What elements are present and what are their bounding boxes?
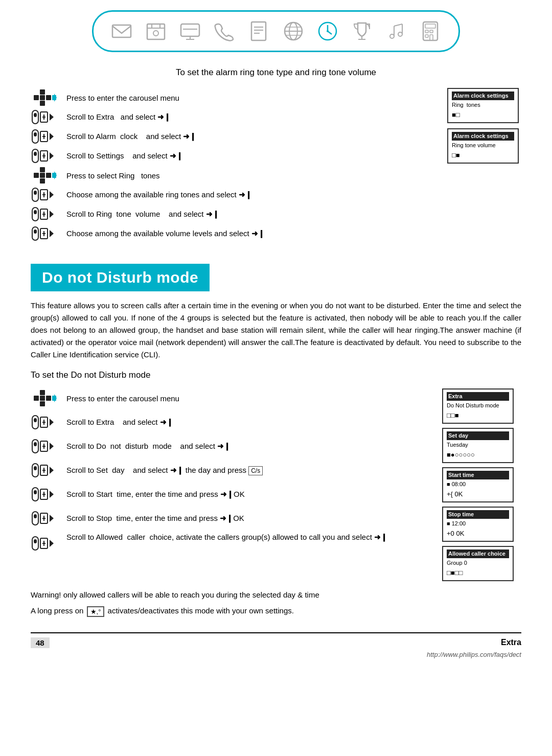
step-text-2: Scroll to Extra and select ➜❙: [66, 112, 442, 122]
step-row: Press to enter the carousel menu: [31, 88, 442, 107]
svg-rect-123: [34, 539, 37, 543]
scr-item-2: Ring tone volume: [452, 142, 514, 149]
svg-rect-105: [34, 466, 37, 470]
step-text-7: Scroll to Ring tone volume and select ➜❙: [66, 210, 442, 219]
long-press-text: A long press on ★,° activates/deactivate…: [31, 606, 521, 617]
envelope-icon: [109, 18, 134, 44]
svg-marker-53: [50, 133, 54, 140]
dnd-nav-icon-3: [31, 437, 57, 456]
svg-rect-64: [40, 178, 45, 184]
svg-marker-91: [54, 394, 57, 402]
screenshot-1: Alarm clock settings Ring tones ■□: [447, 88, 519, 123]
svg-marker-72: [50, 191, 54, 198]
dnd-scr-item-5: Group 0: [447, 559, 509, 567]
trophy-icon: [349, 18, 374, 44]
step-row: Scroll to Alarm clock and select ➜❙: [31, 127, 442, 146]
dnd-nav-icon-1: [31, 388, 57, 408]
dnd-scr-item-2: Tuesday: [447, 441, 509, 449]
dnd-step-text-1: Press to enter the carousel menu: [66, 394, 437, 403]
contacts-icon: [143, 18, 168, 44]
svg-rect-33: [425, 35, 428, 37]
svg-rect-61: [34, 173, 39, 178]
nav-icon-5: [31, 166, 57, 185]
step-text-6: Choose among the available ring tones an…: [66, 190, 442, 199]
svg-rect-86: [34, 396, 39, 401]
dnd-description: This feature allows you to screen calls …: [31, 300, 521, 361]
svg-marker-103: [50, 443, 54, 450]
footer-section: Extra: [501, 638, 521, 647]
dnd-screenshots: Extra Do Not Disturb mode □□■ Set day Tu…: [437, 388, 521, 581]
dnd-scr-item-1: Do Not Disturb mode: [447, 402, 509, 409]
svg-rect-49: [34, 132, 37, 136]
dnd-screenshot-2: Set day Tuesday ■●○○○○○: [442, 428, 514, 463]
nav-icon-7: [31, 204, 57, 224]
page-container: To set the alarm ring tone type and ring…: [0, 0, 552, 756]
globe-icon: [281, 18, 306, 44]
svg-point-5: [153, 31, 158, 36]
dnd-step-text-7: Scroll to Allowed caller choice, activat…: [66, 533, 437, 542]
svg-marker-109: [50, 467, 54, 474]
dnd-step-text-4: Scroll to Set day and select ➜❙ the day …: [66, 466, 437, 475]
svg-rect-55: [34, 152, 37, 156]
dnd-screenshot-5: Allowed caller choice Group 0 □■□□: [442, 546, 514, 581]
long-press-suffix: activates/deactivates this mode with you…: [108, 606, 294, 615]
document-icon: [246, 18, 271, 44]
music-icon: [384, 18, 409, 44]
dnd-scr-dots-5: □■□□: [447, 568, 509, 578]
svg-marker-84: [50, 230, 54, 237]
dnd-step-text-5: Scroll to Start time, enter the time and…: [66, 490, 437, 499]
svg-marker-127: [50, 540, 54, 547]
long-press-key: ★,°: [87, 606, 105, 617]
dnd-steps-wrapper: Press to enter the carousel menu Scroll …: [31, 388, 521, 581]
dnd-nav-icon-5: [31, 485, 57, 504]
svg-rect-38: [46, 95, 51, 100]
nav-icon-1: [31, 88, 57, 107]
dnd-step-row-3: Scroll to Do not disturb mode and select…: [31, 437, 437, 456]
svg-rect-68: [34, 191, 37, 195]
step-text-4: Scroll to Settings and select ➜❙: [66, 151, 442, 161]
dnd-step-row-6: Scroll to Stop time, enter the time and …: [31, 509, 437, 528]
dnd-screenshot-4: Stop time ■ 12:00 +0 0K: [442, 507, 514, 542]
dnd-nav-icon-6: [31, 509, 57, 528]
step-row: Scroll to Settings and select ➜❙: [31, 146, 442, 166]
svg-marker-115: [50, 491, 54, 498]
svg-marker-78: [50, 211, 54, 218]
svg-marker-121: [50, 515, 54, 522]
dnd-nav-icon-2: [31, 413, 57, 432]
svg-rect-6: [181, 24, 199, 36]
dnd-step-row-2: Scroll to Extra and select ➜❙: [31, 413, 437, 432]
svg-rect-1: [147, 24, 165, 39]
svg-rect-85: [40, 390, 45, 395]
svg-marker-47: [50, 113, 54, 121]
dnd-step-row-7: Scroll to Allowed caller choice, activat…: [31, 533, 437, 553]
dnd-steps: Press to enter the carousel menu Scroll …: [31, 388, 437, 581]
section1-screenshots: Alarm clock settings Ring tones ■□ Alarm…: [442, 88, 521, 243]
step-text-8: Choose among the available volume levels…: [66, 229, 442, 238]
dnd-step-text-6: Scroll to Stop time, enter the time and …: [66, 514, 437, 523]
svg-rect-39: [40, 101, 45, 106]
svg-line-28: [394, 24, 402, 26]
dnd-nav-icon-4: [31, 461, 57, 480]
long-press-prefix: A long press on: [31, 606, 83, 615]
footer-page: 48: [31, 637, 50, 648]
dnd-scr-dots-4: +0 0K: [447, 529, 509, 538]
nav-icon-6: [31, 185, 57, 204]
footer-url: http://www.philips.com/faqs/dect: [31, 651, 521, 658]
screenshot-2: Alarm clock settings Ring tone volume □■: [447, 128, 519, 164]
svg-marker-41: [54, 94, 57, 102]
dnd-screenshot-3: Start time ■ 08:00 +{ 0K: [442, 467, 514, 502]
step-row: Scroll to Extra and select ➜❙: [31, 107, 442, 127]
carousel-bar: [92, 10, 460, 52]
dnd-scr-item-4: ■ 12:00: [447, 520, 509, 528]
dnd-step-text-2: Scroll to Extra and select ➜❙: [66, 418, 437, 427]
nav-icon-2: [31, 107, 57, 127]
svg-marker-59: [50, 152, 54, 159]
dnd-scr-title-3: Start time: [447, 471, 509, 479]
dnd-step-text-3: Scroll to Do not disturb mode and select…: [66, 442, 437, 451]
clock-icon: [315, 18, 340, 44]
dnd-step-row-5: Scroll to Start time, enter the time and…: [31, 485, 437, 504]
phone-icon: [212, 18, 237, 44]
svg-rect-62: [40, 173, 45, 178]
svg-rect-31: [425, 30, 428, 33]
scr-title-1: Alarm clock settings: [452, 91, 514, 100]
